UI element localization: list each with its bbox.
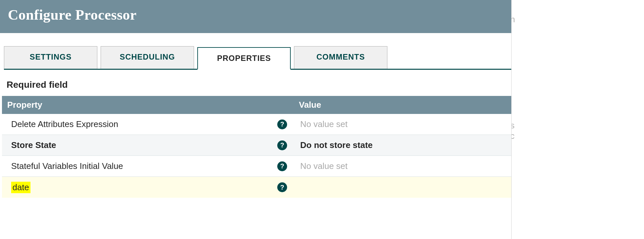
- property-name: Stateful Variables Initial Value: [11, 161, 123, 171]
- tab-properties[interactable]: PROPERTIES: [197, 47, 291, 70]
- background-page-fragment: n s c i: [511, 0, 644, 239]
- tab-settings[interactable]: SETTINGS: [4, 46, 97, 69]
- bg-text: i: [511, 141, 512, 152]
- col-property: Property: [2, 96, 294, 114]
- bg-text: n: [511, 14, 515, 25]
- bg-text: s: [511, 120, 515, 131]
- bg-text: c: [511, 131, 515, 141]
- tab-scheduling[interactable]: SCHEDULING: [101, 46, 194, 69]
- help-icon[interactable]: ?: [277, 161, 287, 171]
- help-icon[interactable]: ?: [277, 182, 287, 192]
- help-icon[interactable]: ?: [277, 140, 287, 150]
- property-name: Store State: [11, 140, 56, 150]
- help-icon[interactable]: ?: [277, 120, 287, 129]
- property-name: date: [11, 182, 30, 193]
- tab-comments[interactable]: COMMENTS: [294, 46, 387, 69]
- property-name: Delete Attributes Expression: [11, 119, 118, 129]
